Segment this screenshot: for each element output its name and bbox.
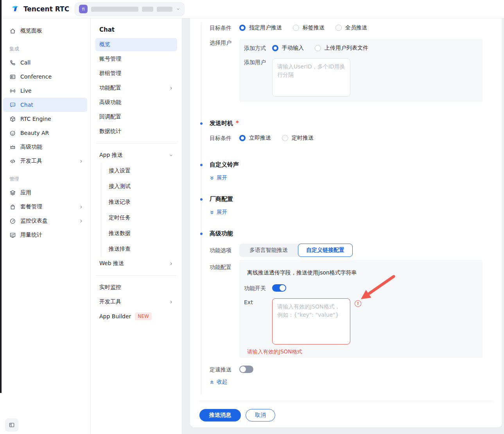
menu-item-overview[interactable]: 概览: [95, 38, 177, 51]
live-icon: [9, 88, 16, 94]
menu-item-callback-config[interactable]: 回调配置: [95, 110, 177, 124]
sidebar-item-label: RTC Engine: [20, 116, 51, 122]
sidebar-item-label: Conference: [20, 74, 52, 80]
menu-item-data-statistics[interactable]: 数据统计: [95, 125, 177, 138]
push-message-button[interactable]: 推送消息: [199, 409, 241, 421]
target-condition-row: 目标条件 指定用户推送 标签推送 全员推送: [210, 24, 483, 32]
app-selector[interactable]: fi: [75, 2, 185, 16]
ext-json-input[interactable]: [272, 298, 350, 344]
radio-icon: [282, 135, 288, 141]
validation-error-text: 请输入有效的JSON格式: [247, 348, 482, 355]
radio-all-user-push[interactable]: 全员推送: [335, 24, 367, 31]
expand-ringtone-link[interactable]: 展开: [210, 175, 483, 181]
divider: [96, 275, 176, 276]
rate-push-toggle[interactable]: [239, 366, 253, 373]
group-title-integration: 集成: [0, 46, 90, 52]
menu-item-dev-tools[interactable]: 开发工具: [95, 295, 177, 308]
menu-item-account-management[interactable]: 账号管理: [95, 52, 177, 66]
panel-collapse-icon: [9, 422, 15, 428]
menu-item-advanced-features[interactable]: 高级功能: [95, 96, 177, 109]
radio-scheduled-push[interactable]: 定时推送: [282, 135, 314, 142]
redacted-text: [157, 7, 172, 12]
step-rail: [201, 22, 201, 395]
tab-multilingual-smart-push[interactable]: 多语言智能推送: [239, 244, 298, 257]
sidebar-item-label: 高级功能: [20, 143, 42, 151]
topbar: Tencent RTC fi: [0, 0, 504, 18]
double-chevron-down-icon: [210, 176, 214, 181]
usage-stats-icon: [9, 232, 16, 239]
redacted-text: [142, 7, 153, 12]
menu-item-feature-config[interactable]: 功能配置: [95, 81, 177, 95]
radio-specified-user-push[interactable]: 指定用户推送: [239, 24, 282, 31]
feature-switch-row: 功能开关: [244, 284, 482, 292]
submenu-item-access-settings[interactable]: 接入设置: [101, 163, 177, 179]
sidebar-item-package-management[interactable]: 套餐管理: [3, 200, 87, 214]
sidebar-item-beauty-ar[interactable]: Beauty AR: [3, 126, 87, 140]
radio-upload-user-list[interactable]: 上传用户列表文件: [315, 45, 368, 52]
dashboard-icon: [9, 218, 16, 224]
cancel-button[interactable]: 取消: [246, 409, 275, 421]
secondary-sidebar-title: Chat: [95, 24, 177, 33]
sidebar-item-label: Chat: [20, 102, 33, 108]
radio-tag-push[interactable]: 标签推送: [293, 24, 325, 31]
sidebar-item-overview-panel[interactable]: 概览面板: [3, 24, 87, 38]
menu-item-group-management[interactable]: 群组管理: [95, 67, 177, 80]
submenu-item-push-troubleshooting[interactable]: 推送排查: [101, 241, 177, 257]
chevron-right-icon: [79, 159, 83, 163]
section-custom-ringtone: 自定义铃声: [210, 161, 483, 169]
sidebar-item-monitoring-dashboard[interactable]: 监控仪表盘: [3, 214, 87, 228]
sidebar-item-dev-tools[interactable]: 开发工具: [3, 154, 87, 168]
sidebar-item-label: Beauty AR: [20, 130, 49, 136]
divider: [96, 143, 176, 143]
secondary-sidebar: Chat 概览 账号管理 群组管理 功能配置 高级功能 回调配置 数据统计 Ap…: [91, 18, 182, 434]
select-user-panel: 添加方式 手动输入 上传用户列表文件 添加用户: [239, 39, 482, 102]
radio-icon: [335, 25, 342, 31]
select-user-row: 选择用户 添加方式 手动输入 上传用户列表文件 添加用户: [210, 39, 483, 102]
expand-vendor-link[interactable]: 展开: [210, 209, 483, 215]
collapse-sidebar-button[interactable]: [5, 418, 18, 432]
double-chevron-up-icon: [210, 380, 214, 385]
crown-icon: [9, 144, 16, 151]
sidebar-item-label: Call: [20, 59, 30, 66]
feature-switch-toggle[interactable]: [272, 284, 286, 292]
code-icon: [9, 158, 16, 165]
submenu-item-push-data[interactable]: 推送数据: [101, 226, 177, 241]
menu-item-app-builder[interactable]: App Builder NEW: [95, 310, 177, 323]
radio-push-now[interactable]: 立即推送: [239, 135, 271, 142]
sidebar-item-rtc-engine[interactable]: RTC Engine: [3, 112, 87, 126]
radio-icon: [293, 25, 299, 31]
tab-custom-link-config[interactable]: 自定义链接配置: [298, 244, 353, 257]
bag-icon: [9, 204, 16, 210]
brand: Tencent RTC: [10, 4, 69, 14]
submenu-item-access-test[interactable]: 接入测试: [101, 179, 177, 194]
field-label: 目标条件: [210, 24, 239, 32]
chevron-right-icon: [169, 86, 173, 90]
sidebar-item-call[interactable]: Call: [3, 56, 87, 70]
submenu-item-push-records[interactable]: 推送记录: [101, 194, 177, 210]
home-icon: [9, 28, 16, 34]
brand-name: Tencent RTC: [23, 5, 69, 13]
menu-item-web-push[interactable]: Web 推送: [95, 257, 177, 270]
radio-manual-input[interactable]: 手动输入: [272, 45, 304, 52]
section-advanced-features: 高级功能: [210, 230, 483, 237]
field-label: 选择用户: [210, 39, 239, 102]
sidebar-item-applications[interactable]: 应用: [3, 186, 87, 200]
submenu-item-scheduled-tasks[interactable]: 定时任务: [101, 210, 177, 226]
feature-tabs: 多语言智能推送 自定义链接配置: [239, 244, 353, 257]
push-form-card: 目标条件 指定用户推送 标签推送 全员推送 选择用户 添加方式 手动输: [190, 18, 502, 427]
error-exclamation-icon: !: [355, 300, 361, 307]
sidebar-item-live[interactable]: Live: [3, 84, 87, 98]
menu-item-app-push[interactable]: App 推送: [95, 149, 177, 162]
field-label: 功能配置: [210, 260, 239, 358]
sidebar-item-advanced-features[interactable]: 高级功能: [3, 140, 87, 154]
feature-config-row: 功能配置 离线推送透传字段，推送使用json格式字符串 功能开关 Ext !: [210, 260, 483, 358]
sidebar-item-label: 概览面板: [20, 27, 42, 34]
sidebar-item-conference[interactable]: Conference: [3, 70, 87, 84]
sidebar-item-usage-stats[interactable]: 用量统计: [3, 228, 87, 242]
sidebar-item-chat[interactable]: Chat: [3, 98, 87, 112]
chevron-down-icon: [169, 153, 173, 158]
menu-item-realtime-monitoring[interactable]: 实时监控: [95, 281, 177, 294]
collapse-section-link[interactable]: 收起: [210, 379, 483, 385]
field-label: 目标条件: [210, 134, 239, 142]
user-id-input[interactable]: [272, 58, 350, 97]
